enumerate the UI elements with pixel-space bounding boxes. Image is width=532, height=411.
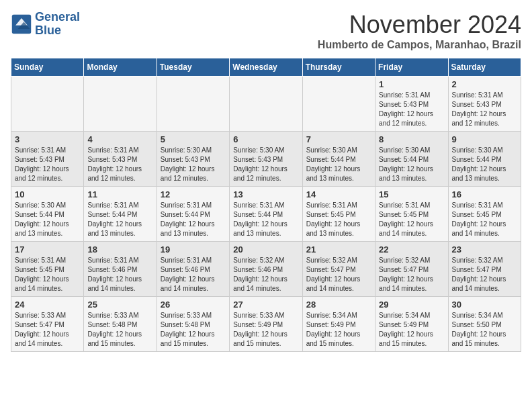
weekday-header: Thursday [302, 58, 375, 77]
day-number: 10 [15, 189, 80, 199]
calendar-cell [230, 77, 302, 132]
day-number: 11 [87, 189, 152, 199]
day-number: 28 [306, 300, 371, 310]
day-info: Sunrise: 5:31 AMSunset: 5:43 PMDaylight:… [452, 91, 517, 128]
calendar-cell: 20Sunrise: 5:32 AMSunset: 5:46 PMDayligh… [230, 242, 302, 297]
calendar-cell: 28Sunrise: 5:34 AMSunset: 5:49 PMDayligh… [302, 297, 375, 352]
logo: General Blue [11, 11, 80, 38]
day-info: Sunrise: 5:31 AMSunset: 5:46 PMDaylight:… [87, 256, 152, 293]
day-number: 30 [452, 300, 517, 310]
logo-line2: Blue [35, 24, 61, 37]
calendar-cell: 6Sunrise: 5:30 AMSunset: 5:43 PMDaylight… [230, 132, 302, 187]
calendar-cell: 9Sunrise: 5:30 AMSunset: 5:44 PMDaylight… [448, 132, 521, 187]
day-info: Sunrise: 5:31 AMSunset: 5:43 PMDaylight:… [15, 146, 80, 183]
day-info: Sunrise: 5:30 AMSunset: 5:44 PMDaylight:… [379, 146, 444, 183]
page-header: General Blue November 2024 Humberto de C… [11, 11, 521, 51]
calendar-header-row: SundayMondayTuesdayWednesdayThursdayFrid… [11, 58, 521, 77]
day-number: 23 [452, 244, 517, 255]
day-number: 29 [379, 300, 444, 310]
calendar-cell: 17Sunrise: 5:31 AMSunset: 5:45 PMDayligh… [11, 242, 84, 297]
calendar-cell: 25Sunrise: 5:33 AMSunset: 5:48 PMDayligh… [84, 297, 157, 352]
location: Humberto de Campos, Maranhao, Brazil [318, 39, 521, 51]
day-number: 17 [15, 244, 80, 255]
calendar-cell [11, 77, 84, 132]
day-number: 24 [15, 300, 80, 310]
calendar-cell: 13Sunrise: 5:31 AMSunset: 5:44 PMDayligh… [230, 187, 302, 242]
day-info: Sunrise: 5:34 AMSunset: 5:49 PMDaylight:… [306, 311, 371, 349]
day-info: Sunrise: 5:30 AMSunset: 5:44 PMDaylight:… [15, 201, 80, 238]
calendar-cell: 16Sunrise: 5:31 AMSunset: 5:45 PMDayligh… [448, 187, 521, 242]
day-info: Sunrise: 5:30 AMSunset: 5:44 PMDaylight:… [306, 146, 371, 183]
calendar-cell: 15Sunrise: 5:31 AMSunset: 5:45 PMDayligh… [375, 187, 448, 242]
day-number: 19 [161, 244, 226, 255]
day-number: 22 [379, 244, 444, 255]
calendar-cell: 14Sunrise: 5:31 AMSunset: 5:45 PMDayligh… [302, 187, 375, 242]
logo-icon [11, 13, 32, 35]
day-info: Sunrise: 5:31 AMSunset: 5:45 PMDaylight:… [306, 201, 371, 238]
day-info: Sunrise: 5:31 AMSunset: 5:46 PMDaylight:… [161, 256, 226, 293]
calendar-cell: 1Sunrise: 5:31 AMSunset: 5:43 PMDaylight… [375, 77, 448, 132]
day-info: Sunrise: 5:31 AMSunset: 5:44 PMDaylight:… [233, 201, 298, 238]
day-info: Sunrise: 5:33 AMSunset: 5:49 PMDaylight:… [233, 311, 298, 349]
calendar-cell: 12Sunrise: 5:31 AMSunset: 5:44 PMDayligh… [157, 187, 229, 242]
day-number: 8 [379, 134, 444, 144]
calendar-table: SundayMondayTuesdayWednesdayThursdayFrid… [11, 58, 521, 352]
day-number: 12 [161, 189, 226, 199]
calendar-cell: 11Sunrise: 5:31 AMSunset: 5:44 PMDayligh… [84, 187, 157, 242]
calendar-cell: 27Sunrise: 5:33 AMSunset: 5:49 PMDayligh… [230, 297, 302, 352]
day-number: 3 [15, 134, 80, 144]
weekday-header: Sunday [11, 58, 84, 77]
calendar-cell: 22Sunrise: 5:32 AMSunset: 5:47 PMDayligh… [375, 242, 448, 297]
day-number: 16 [452, 189, 517, 199]
calendar-cell: 19Sunrise: 5:31 AMSunset: 5:46 PMDayligh… [157, 242, 229, 297]
day-info: Sunrise: 5:32 AMSunset: 5:47 PMDaylight:… [306, 256, 371, 293]
day-number: 20 [233, 244, 298, 255]
day-number: 25 [87, 300, 152, 310]
day-number: 14 [306, 189, 371, 199]
calendar-cell: 2Sunrise: 5:31 AMSunset: 5:43 PMDaylight… [448, 77, 521, 132]
calendar-cell: 7Sunrise: 5:30 AMSunset: 5:44 PMDaylight… [302, 132, 375, 187]
day-info: Sunrise: 5:32 AMSunset: 5:46 PMDaylight:… [233, 256, 298, 293]
day-info: Sunrise: 5:31 AMSunset: 5:45 PMDaylight:… [379, 201, 444, 238]
day-info: Sunrise: 5:34 AMSunset: 5:49 PMDaylight:… [379, 311, 444, 349]
day-number: 2 [452, 79, 517, 89]
calendar-cell: 4Sunrise: 5:31 AMSunset: 5:43 PMDaylight… [84, 132, 157, 187]
day-info: Sunrise: 5:31 AMSunset: 5:43 PMDaylight:… [379, 91, 444, 128]
day-number: 5 [161, 134, 226, 144]
day-number: 15 [379, 189, 444, 199]
day-info: Sunrise: 5:34 AMSunset: 5:50 PMDaylight:… [452, 311, 517, 349]
day-info: Sunrise: 5:33 AMSunset: 5:48 PMDaylight:… [87, 311, 152, 349]
weekday-header: Wednesday [230, 58, 302, 77]
weekday-header: Saturday [448, 58, 521, 77]
day-info: Sunrise: 5:31 AMSunset: 5:44 PMDaylight:… [161, 201, 226, 238]
day-info: Sunrise: 5:31 AMSunset: 5:44 PMDaylight:… [87, 201, 152, 238]
day-number: 4 [87, 134, 152, 144]
calendar-week-row: 3Sunrise: 5:31 AMSunset: 5:43 PMDaylight… [11, 132, 521, 187]
logo-line1: General [35, 10, 80, 24]
day-info: Sunrise: 5:33 AMSunset: 5:47 PMDaylight:… [15, 311, 80, 349]
month-year: November 2024 [318, 11, 521, 39]
calendar-week-row: 17Sunrise: 5:31 AMSunset: 5:45 PMDayligh… [11, 242, 521, 297]
day-info: Sunrise: 5:31 AMSunset: 5:45 PMDaylight:… [15, 256, 80, 293]
calendar-cell [157, 77, 229, 132]
day-info: Sunrise: 5:31 AMSunset: 5:43 PMDaylight:… [87, 146, 152, 183]
calendar-cell: 26Sunrise: 5:33 AMSunset: 5:48 PMDayligh… [157, 297, 229, 352]
calendar-cell: 30Sunrise: 5:34 AMSunset: 5:50 PMDayligh… [448, 297, 521, 352]
day-info: Sunrise: 5:32 AMSunset: 5:47 PMDaylight:… [452, 256, 517, 293]
day-number: 13 [233, 189, 298, 199]
calendar-cell: 23Sunrise: 5:32 AMSunset: 5:47 PMDayligh… [448, 242, 521, 297]
day-number: 26 [161, 300, 226, 310]
day-info: Sunrise: 5:30 AMSunset: 5:44 PMDaylight:… [452, 146, 517, 183]
day-info: Sunrise: 5:32 AMSunset: 5:47 PMDaylight:… [379, 256, 444, 293]
calendar-cell: 3Sunrise: 5:31 AMSunset: 5:43 PMDaylight… [11, 132, 84, 187]
calendar-cell: 21Sunrise: 5:32 AMSunset: 5:47 PMDayligh… [302, 242, 375, 297]
day-info: Sunrise: 5:30 AMSunset: 5:43 PMDaylight:… [233, 146, 298, 183]
weekday-header: Monday [84, 58, 157, 77]
calendar-cell: 18Sunrise: 5:31 AMSunset: 5:46 PMDayligh… [84, 242, 157, 297]
day-number: 18 [87, 244, 152, 255]
title-block: November 2024 Humberto de Campos, Maranh… [318, 11, 521, 51]
calendar-cell: 5Sunrise: 5:30 AMSunset: 5:43 PMDaylight… [157, 132, 229, 187]
calendar-week-row: 10Sunrise: 5:30 AMSunset: 5:44 PMDayligh… [11, 187, 521, 242]
calendar-cell: 8Sunrise: 5:30 AMSunset: 5:44 PMDaylight… [375, 132, 448, 187]
calendar-week-row: 24Sunrise: 5:33 AMSunset: 5:47 PMDayligh… [11, 297, 521, 352]
